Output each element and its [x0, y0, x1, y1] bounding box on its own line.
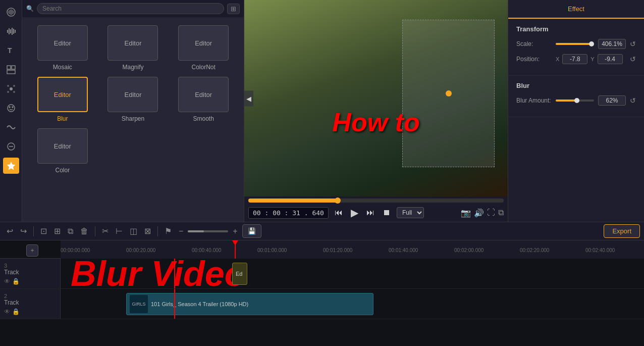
play-button[interactable]: ▶: [349, 206, 360, 220]
ruler-mark-8: 00:02:40.000: [585, 248, 644, 253]
eye-icon-3[interactable]: 👁: [4, 278, 10, 285]
copy-button[interactable]: ⧉: [65, 225, 76, 237]
zoom-out-button[interactable]: −: [176, 225, 186, 237]
scale-label: Scale:: [516, 40, 552, 47]
left-arrow-button[interactable]: ◀: [244, 90, 253, 106]
save-button[interactable]: 💾: [242, 224, 261, 238]
timeline-ruler: 00:00:00.000 00:00:20.000 00:00:40.000 0…: [61, 240, 644, 259]
blur-reset-button[interactable]: ↺: [630, 96, 636, 105]
y-value[interactable]: -9.4: [598, 54, 623, 64]
position-reset-button[interactable]: ↺: [630, 55, 636, 63]
add-track-button[interactable]: +: [26, 244, 38, 257]
video-clip-label: 101 Girls_ Season 4 Trailer (1080p HD): [151, 301, 248, 307]
trim-button[interactable]: ◫: [127, 225, 140, 237]
search-input[interactable]: [37, 3, 224, 14]
audio-waveform-icon[interactable]: [3, 23, 19, 39]
volume-button[interactable]: 🔊: [474, 208, 484, 218]
delete-button[interactable]: 🗑: [78, 225, 91, 237]
zoom-slider[interactable]: [188, 230, 228, 232]
clip-thumbnail: GIRLS: [130, 295, 148, 313]
blur-slider[interactable]: [556, 100, 594, 102]
star-icon[interactable]: [3, 158, 19, 174]
add-media-button[interactable]: ⊞: [51, 225, 63, 237]
redo-button[interactable]: ↪: [18, 225, 29, 237]
video-clip[interactable]: GIRLS 101 Girls_ Season 4 Trailer (1080p…: [126, 293, 373, 315]
icon-buttons: 📷 🔊 ⛶ ⧉: [461, 208, 504, 218]
svg-point-18: [9, 107, 10, 108]
blur-section: Blur Blur Amount: 62% ↺: [508, 76, 644, 117]
x-label: X: [556, 56, 559, 62]
svg-point-17: [8, 105, 15, 112]
fullscreen-button[interactable]: ⛶: [487, 208, 495, 218]
effect-smooth[interactable]: Editor Smooth: [171, 77, 236, 122]
zoom-in-button[interactable]: +: [230, 225, 240, 237]
tab-effect[interactable]: Effect: [508, 0, 644, 19]
effect-sharpen-label: Sharpen: [122, 115, 144, 122]
svg-rect-6: [13, 29, 14, 34]
svg-point-19: [12, 107, 13, 108]
blur-region[interactable]: [402, 20, 495, 167]
rewind-button[interactable]: ⏮: [333, 207, 345, 218]
erase-icon[interactable]: [3, 138, 19, 155]
svg-rect-7: [15, 30, 16, 33]
ruler-mark-6: 00:02:00.000: [454, 248, 520, 253]
scale-reset-button[interactable]: ↺: [630, 40, 636, 48]
lock-icon-2[interactable]: 🔒: [12, 308, 20, 315]
sticker-icon[interactable]: [3, 100, 19, 116]
svg-marker-22: [7, 162, 15, 170]
effect-color[interactable]: Editor Color: [30, 128, 95, 174]
scale-fill: [556, 43, 590, 45]
grid-toggle-button[interactable]: ⊞: [227, 4, 240, 14]
transform-section: Transform Scale: 406.1% ↺ Position: X -7…: [508, 19, 644, 76]
progress-bar[interactable]: [248, 199, 504, 203]
blur-clip[interactable]: Ed: [232, 263, 247, 285]
lock-icon-3[interactable]: 🔒: [12, 278, 20, 285]
effect-sharpen[interactable]: Editor Sharpen: [101, 77, 166, 122]
stop-button[interactable]: ⏹: [381, 207, 393, 218]
pip-button[interactable]: ⧉: [498, 208, 504, 218]
select-button[interactable]: ⊡: [38, 225, 49, 237]
effect-mosaic[interactable]: Editor Mosaic: [30, 25, 95, 71]
svg-point-13: [7, 85, 9, 87]
text-icon[interactable]: T: [3, 42, 19, 59]
blur-handle[interactable]: [574, 98, 579, 103]
bottom-toolbar: ↩ ↪ ⊡ ⊞ ⧉ 🗑 ✂ ⊢ ◫ ⊠ ⚑ − + 💾 Export: [0, 222, 644, 240]
zoom-control: − +: [176, 225, 240, 237]
right-tabs: Effect: [508, 0, 644, 19]
blur-amount-row: Blur Amount: 62% ↺: [516, 95, 636, 106]
effect-magnify[interactable]: Editor Magnify: [101, 25, 166, 71]
playhead-track-3: [174, 259, 175, 288]
playhead[interactable]: [235, 240, 236, 259]
camera-button[interactable]: 📷: [461, 208, 471, 218]
cut-button[interactable]: ✂: [99, 225, 111, 237]
effect-colornot-label: ColorNot: [191, 64, 215, 71]
position-label: Position:: [516, 56, 552, 63]
marker-button[interactable]: ⚑: [162, 225, 174, 237]
scale-handle[interactable]: [589, 41, 594, 46]
svg-rect-5: [12, 28, 13, 35]
effect-colornot[interactable]: Editor ColorNot: [171, 25, 236, 71]
progress-handle[interactable]: [335, 197, 341, 204]
split-button[interactable]: ⊢: [113, 225, 125, 237]
ruler-mark-3: 00:01:00.000: [257, 248, 323, 253]
layout-icon[interactable]: [3, 62, 19, 78]
svg-rect-9: [7, 66, 11, 69]
progress-fill: [248, 199, 338, 203]
sidebar: T: [0, 0, 22, 222]
export-button[interactable]: Export: [604, 224, 640, 238]
fast-forward-button[interactable]: ⏭: [364, 207, 377, 218]
transition-icon[interactable]: [3, 119, 19, 135]
blur-title: Blur: [516, 82, 636, 89]
effect-blur[interactable]: Editor Blur: [30, 77, 95, 122]
eye-icon-2[interactable]: 👁: [4, 308, 10, 315]
undo-button[interactable]: ↩: [4, 225, 16, 237]
resolution-select[interactable]: Full 1/2 1/4: [397, 207, 424, 218]
effects-icon[interactable]: [3, 81, 19, 97]
drag-handle[interactable]: [446, 90, 452, 96]
playhead-indicator: [232, 240, 238, 245]
crop-button[interactable]: ⊠: [142, 225, 153, 237]
scale-slider[interactable]: [556, 43, 594, 45]
track-header-2: 2 Track 👁 🔒: [0, 289, 61, 319]
effect-mosaic-preview: Editor: [37, 25, 88, 61]
x-value[interactable]: -7.8: [562, 54, 587, 64]
